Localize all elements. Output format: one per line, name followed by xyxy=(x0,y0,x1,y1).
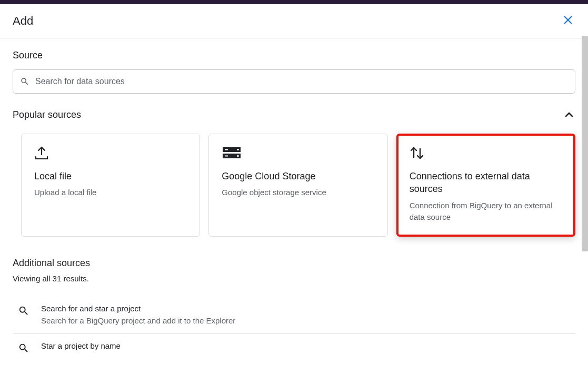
card-title: Google Cloud Storage xyxy=(222,170,374,182)
list-item-sub: Search for a BigQuery project and add it… xyxy=(41,316,235,325)
upload-icon xyxy=(34,146,187,160)
popular-cards-row: Local file Upload a local file Google Cl… xyxy=(13,134,575,237)
additional-sources-title: Additional sources xyxy=(13,258,575,269)
card-desc: Upload a local file xyxy=(34,187,187,199)
dialog-title: Add xyxy=(13,14,33,28)
close-button[interactable] xyxy=(561,14,575,28)
source-label: Source xyxy=(13,50,575,61)
card-desc: Connection from BigQuery to an external … xyxy=(410,200,562,224)
popular-sources-header[interactable]: Popular sources xyxy=(13,108,575,121)
app-top-strip xyxy=(0,0,588,4)
scrollbar[interactable] xyxy=(582,36,588,251)
card-local-file[interactable]: Local file Upload a local file xyxy=(21,134,200,237)
svg-rect-7 xyxy=(225,156,228,157)
list-item-star-by-name[interactable]: Star a project by name xyxy=(13,334,575,362)
search-field-wrap xyxy=(13,69,575,94)
svg-point-8 xyxy=(237,155,240,157)
card-desc: Google object storage service xyxy=(222,187,374,199)
search-icon xyxy=(20,77,29,86)
transfer-icon xyxy=(410,146,562,160)
search-icon xyxy=(18,304,29,317)
list-item-title: Star a project by name xyxy=(41,341,121,350)
storage-icon xyxy=(222,146,374,160)
svg-point-6 xyxy=(237,149,240,151)
card-title: Connections to external data sources xyxy=(410,170,562,196)
close-icon xyxy=(562,14,574,28)
search-icon xyxy=(18,341,29,354)
svg-rect-5 xyxy=(225,149,228,150)
list-text: Star a project by name xyxy=(41,341,121,350)
card-external-connections[interactable]: Connections to external data sources Con… xyxy=(396,134,575,237)
popular-sources-title: Popular sources xyxy=(13,109,81,120)
chevron-up-icon xyxy=(563,108,575,121)
card-title: Local file xyxy=(34,170,187,182)
list-item-title: Search for and star a project xyxy=(41,304,235,313)
card-google-cloud-storage[interactable]: Google Cloud Storage Google object stora… xyxy=(208,134,387,237)
results-count: Viewing all 31 results. xyxy=(13,274,575,283)
dialog-content: Source Popular sources Local file Upload… xyxy=(0,38,588,365)
list-item-search-star-project[interactable]: Search for and star a project Search for… xyxy=(13,297,575,334)
dialog-header: Add xyxy=(0,4,588,38)
search-input[interactable] xyxy=(13,69,575,94)
list-text: Search for and star a project Search for… xyxy=(41,304,235,325)
